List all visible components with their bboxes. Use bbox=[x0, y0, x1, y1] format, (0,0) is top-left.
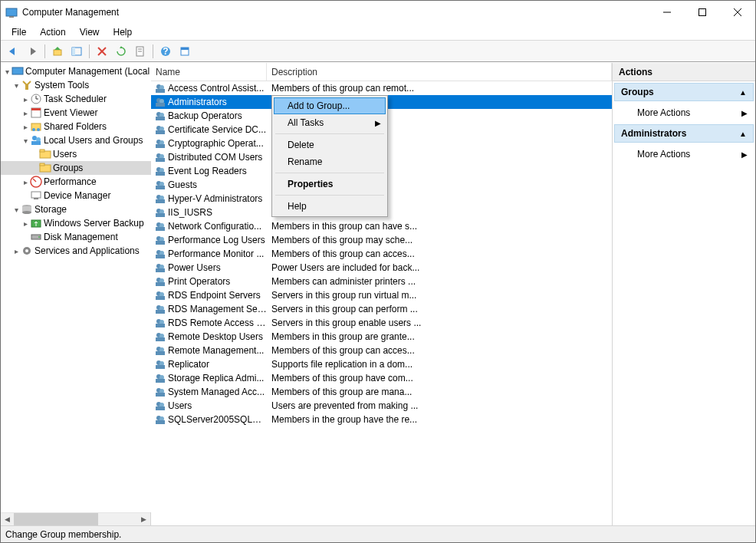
svg-rect-115 bbox=[156, 393, 165, 397]
cell-description: Servers in this group enable users ... bbox=[267, 318, 612, 328]
collapse-icon[interactable]: ▾ bbox=[2, 67, 12, 76]
context-help[interactable]: Help bbox=[274, 198, 386, 215]
list-row[interactable]: Storage Replica Admi...Members of this g… bbox=[151, 371, 612, 385]
tree-horizontal-scrollbar[interactable]: ◀ ▶ bbox=[1, 512, 150, 525]
device-manager-icon bbox=[30, 189, 42, 202]
menu-file[interactable]: File bbox=[5, 25, 32, 39]
list-row[interactable]: Performance Log UsersMembers of this gro… bbox=[151, 233, 612, 247]
list-row[interactable]: RDS Endpoint ServersServers in this grou… bbox=[151, 288, 612, 302]
context-rename[interactable]: Rename bbox=[274, 153, 386, 170]
expand-icon[interactable]: ▸ bbox=[21, 95, 30, 104]
svg-rect-18 bbox=[12, 67, 23, 74]
refresh-button[interactable] bbox=[112, 43, 130, 60]
minimize-button[interactable] bbox=[649, 1, 685, 24]
list-row[interactable]: Network Configuratio...Members in this g… bbox=[151, 219, 612, 233]
list-row[interactable]: RDS Management Ser...Servers in this gro… bbox=[151, 302, 612, 316]
backup-icon bbox=[30, 217, 42, 229]
column-name[interactable]: Name bbox=[151, 63, 267, 81]
actions-more-actions-administrators[interactable]: More Actions▶ bbox=[613, 144, 755, 164]
actions-pane-title: Actions bbox=[613, 63, 755, 81]
actions-more-actions-groups[interactable]: More Actions▶ bbox=[613, 103, 755, 123]
cell-description: Members of this group can acces... bbox=[267, 345, 612, 356]
tree-groups[interactable]: Groups bbox=[1, 161, 151, 175]
svg-rect-100 bbox=[156, 324, 165, 327]
tree-device-manager[interactable]: Device Manager bbox=[1, 189, 151, 202]
context-properties[interactable]: Properties bbox=[274, 176, 386, 193]
svg-rect-91 bbox=[156, 282, 165, 286]
cell-description: Members of this group can remot... bbox=[267, 83, 612, 94]
group-icon bbox=[154, 137, 166, 150]
scroll-left-button[interactable]: ◀ bbox=[1, 513, 14, 526]
users-groups-icon bbox=[30, 134, 42, 146]
tree-shared-folders[interactable]: ▸Shared Folders bbox=[1, 120, 151, 133]
collapse-icon[interactable]: ▾ bbox=[12, 206, 21, 214]
collapse-icon[interactable]: ▾ bbox=[21, 137, 30, 145]
menu-action[interactable]: Action bbox=[34, 25, 71, 39]
tree-users[interactable]: Users bbox=[1, 147, 151, 161]
list-row[interactable]: RDS Remote Access S...Servers in this gr… bbox=[151, 316, 612, 330]
svg-point-46 bbox=[25, 249, 28, 252]
svg-rect-64 bbox=[156, 158, 165, 162]
scroll-right-button[interactable]: ▶ bbox=[137, 513, 150, 526]
delete-button[interactable] bbox=[93, 43, 111, 60]
collapse-icon[interactable]: ▾ bbox=[12, 81, 21, 90]
maximize-button[interactable] bbox=[685, 1, 720, 24]
expand-icon[interactable]: ▸ bbox=[12, 247, 21, 255]
menu-view[interactable]: View bbox=[74, 25, 106, 39]
list-body[interactable]: Access Control Assist...Members of this … bbox=[151, 81, 612, 525]
list-row[interactable]: UsersUsers are prevented from making ... bbox=[151, 399, 612, 413]
properties-button[interactable] bbox=[176, 43, 194, 60]
list-row[interactable]: SQLServer2005SQLBro...Members in the gro… bbox=[151, 413, 612, 426]
cell-name: Backup Operators bbox=[151, 110, 267, 122]
column-description[interactable]: Description bbox=[267, 63, 612, 81]
scrollbar-thumb[interactable] bbox=[14, 513, 98, 526]
tree-services-applications[interactable]: ▸Services and Applications bbox=[1, 244, 151, 258]
close-button[interactable] bbox=[720, 1, 755, 24]
expand-icon[interactable]: ▸ bbox=[21, 109, 30, 117]
tree-root[interactable]: ▾Computer Management (Local bbox=[1, 64, 151, 78]
list-row[interactable]: System Managed Acc...Members of this gro… bbox=[151, 385, 612, 399]
list-row[interactable]: Performance Monitor ...Members of this g… bbox=[151, 247, 612, 261]
folder-icon bbox=[39, 162, 51, 174]
list-row[interactable]: Remote Desktop UsersMembers in this grou… bbox=[151, 330, 612, 344]
back-button[interactable] bbox=[4, 43, 22, 60]
list-row[interactable]: Power UsersPower Users are included for … bbox=[151, 261, 612, 275]
context-all-tasks[interactable]: All Tasks▶ bbox=[274, 114, 386, 131]
context-delete[interactable]: Delete bbox=[274, 137, 386, 153]
expand-icon[interactable]: ▸ bbox=[21, 123, 30, 131]
tools-icon bbox=[21, 79, 33, 91]
list-row[interactable]: Access Control Assist...Members of this … bbox=[151, 81, 612, 95]
actions-section-administrators[interactable]: Administrators▲ bbox=[614, 124, 754, 143]
expand-icon[interactable]: ▸ bbox=[21, 178, 30, 186]
list-row[interactable]: Print OperatorsMembers can administer pr… bbox=[151, 275, 612, 288]
tree-disk-management[interactable]: Disk Management bbox=[1, 230, 151, 244]
up-button[interactable] bbox=[48, 43, 67, 60]
menu-help[interactable]: Help bbox=[107, 25, 139, 39]
tree-system-tools[interactable]: ▾System Tools bbox=[1, 78, 151, 92]
tree-performance[interactable]: ▸Performance bbox=[1, 175, 151, 189]
actions-section-groups[interactable]: Groups▲ bbox=[614, 83, 754, 101]
tree-local-users-groups[interactable]: ▾Local Users and Groups bbox=[1, 133, 151, 147]
context-add-to-group[interactable]: Add to Group... bbox=[274, 97, 386, 114]
shared-folders-icon bbox=[30, 120, 42, 133]
expand-icon[interactable]: ▸ bbox=[21, 219, 30, 228]
titlebar[interactable]: Computer Management bbox=[1, 1, 755, 24]
svg-rect-38 bbox=[34, 198, 38, 199]
tree-task-scheduler[interactable]: ▸Task Scheduler bbox=[1, 92, 151, 106]
show-hide-tree-button[interactable] bbox=[67, 43, 86, 60]
tree-event-viewer[interactable]: ▸Event Viewer bbox=[1, 106, 151, 120]
svg-rect-37 bbox=[31, 192, 41, 198]
forward-button[interactable] bbox=[23, 43, 41, 60]
tree-storage[interactable]: ▾Storage bbox=[1, 202, 151, 216]
context-separator bbox=[275, 133, 384, 134]
cell-name: Access Control Assist... bbox=[151, 82, 267, 94]
tree-windows-server-backup[interactable]: ▸Windows Server Backup bbox=[1, 216, 151, 230]
list-row[interactable]: Remote Management...Members of this grou… bbox=[151, 344, 612, 357]
tree-pane[interactable]: ▾Computer Management (Local ▾System Tool… bbox=[1, 63, 151, 512]
menubar: File Action View Help bbox=[1, 24, 755, 41]
svg-rect-19 bbox=[25, 84, 28, 90]
export-list-button[interactable] bbox=[131, 43, 150, 60]
help-button[interactable]: ? bbox=[156, 43, 175, 60]
collapse-icon: ▲ bbox=[739, 88, 747, 97]
list-row[interactable]: ReplicatorSupports file replication in a… bbox=[151, 357, 612, 371]
